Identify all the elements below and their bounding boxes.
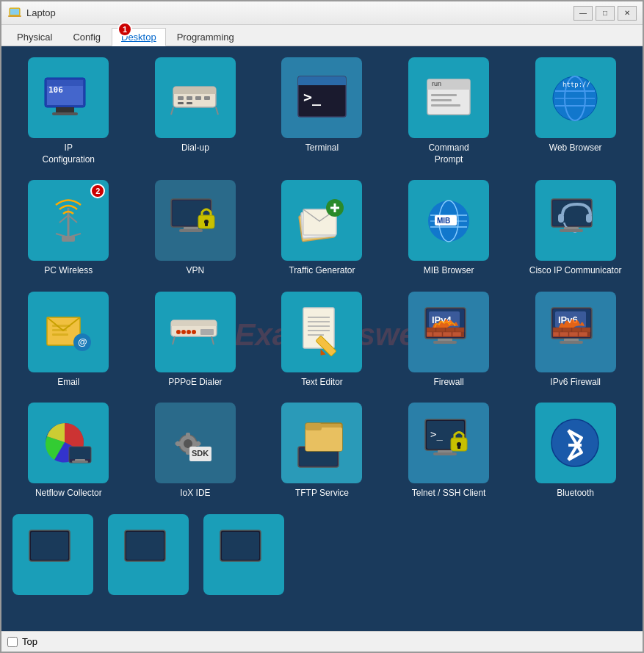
list-item[interactable]: PPPoE Dialer bbox=[136, 288, 256, 392]
list-item[interactable]: Cisco IP Communicator bbox=[515, 176, 635, 281]
list-item[interactable]: Netflow Collector bbox=[9, 399, 129, 503]
svg-text:run: run bbox=[432, 80, 441, 87]
svg-text:@: @ bbox=[78, 336, 87, 347]
title-bar: Laptop — □ ✕ bbox=[1, 1, 643, 25]
traffic-generator-icon-box bbox=[281, 180, 362, 261]
svg-rect-69 bbox=[560, 229, 583, 232]
svg-line-39 bbox=[68, 215, 77, 223]
main-window: Laptop — □ ✕ 1 Physical Config Desktop P… bbox=[0, 0, 644, 653]
telnet-ssh-client-icon: >_ bbox=[422, 416, 477, 471]
top-label: Top bbox=[22, 636, 37, 647]
list-item[interactable]: >_ Terminal bbox=[262, 54, 382, 169]
list-item[interactable]: TFTP Service bbox=[262, 399, 382, 503]
text-editor-label: Text Editor bbox=[301, 377, 343, 389]
list-item[interactable]: run CommandPrompt bbox=[389, 54, 509, 169]
list-item[interactable]: 2 PC bbox=[9, 176, 129, 281]
dial-up-icon bbox=[167, 71, 222, 126]
svg-rect-131 bbox=[186, 433, 190, 439]
svg-text:>_: >_ bbox=[430, 428, 443, 441]
list-item[interactable]: MIB MIB Browser bbox=[389, 176, 509, 281]
list-item[interactable]: Text Editor bbox=[262, 288, 382, 392]
vpn-icon bbox=[167, 193, 222, 248]
command-prompt-label: CommandPrompt bbox=[428, 142, 468, 165]
list-item[interactable]: http:// Web Browser bbox=[515, 54, 635, 169]
cisco-ip-communicator-icon bbox=[548, 193, 603, 248]
ipv6-firewall-label: IPv6 Firewall bbox=[550, 377, 601, 389]
netflow-collector-icon-box bbox=[28, 403, 109, 483]
svg-text:MIB: MIB bbox=[437, 217, 450, 225]
telnet-ssh-client-label: Telnet / SSH Client bbox=[412, 488, 486, 499]
svg-rect-16 bbox=[178, 102, 184, 104]
traffic-generator-icon bbox=[294, 193, 350, 248]
svg-rect-118 bbox=[553, 332, 559, 336]
list-item[interactable]: SDK IoX IDE bbox=[136, 399, 256, 503]
bluetooth-icon-box bbox=[535, 403, 616, 483]
svg-rect-151 bbox=[433, 452, 457, 455]
pppoe-dialer-icon bbox=[167, 304, 222, 359]
close-button[interactable]: ✕ bbox=[618, 6, 637, 21]
desktop-content[interactable]: IT ExamAnswers 106 IPConfiguration bbox=[1, 46, 643, 631]
list-item[interactable]: @ Email bbox=[9, 288, 129, 392]
terminal-label: Terminal bbox=[305, 142, 339, 154]
dial-up-label: Dial-up bbox=[181, 142, 209, 154]
list-item[interactable]: Dial-up bbox=[136, 54, 256, 169]
svg-rect-83 bbox=[200, 329, 214, 335]
svg-text:http://: http:// bbox=[562, 81, 590, 88]
tab-physical[interactable]: Physical bbox=[7, 28, 62, 46]
tab-config[interactable]: Config bbox=[63, 28, 110, 46]
top-checkbox[interactable] bbox=[7, 637, 18, 647]
svg-rect-29 bbox=[431, 99, 452, 101]
window-title: Laptop bbox=[26, 7, 574, 18]
minimize-button[interactable]: — bbox=[574, 6, 593, 21]
list-item[interactable]: IPv4 bbox=[389, 288, 509, 392]
svg-rect-14 bbox=[195, 96, 201, 100]
ip-configuration-label: IPConfiguration bbox=[43, 142, 95, 165]
extra-icon-3-svg bbox=[217, 527, 272, 582]
iox-ide-label: IoX IDE bbox=[180, 488, 210, 499]
svg-rect-7 bbox=[56, 107, 74, 113]
command-prompt-icon-box: run bbox=[408, 57, 489, 138]
list-item[interactable]: VPN bbox=[136, 176, 256, 281]
tab-programming[interactable]: Programming bbox=[167, 28, 244, 46]
mib-browser-icon-box: MIB bbox=[408, 180, 489, 261]
ipv6-firewall-icon: IPv6 bbox=[548, 304, 603, 359]
svg-rect-49 bbox=[179, 229, 203, 232]
svg-rect-128 bbox=[72, 461, 88, 463]
svg-rect-108 bbox=[433, 341, 457, 344]
list-item[interactable] bbox=[104, 511, 192, 603]
svg-point-80 bbox=[181, 330, 186, 334]
svg-rect-116 bbox=[572, 328, 581, 332]
list-item[interactable]: 106 IPConfiguration bbox=[9, 54, 129, 169]
app-icon-grid: 106 IPConfiguration bbox=[9, 54, 635, 503]
firewall-label: Firewall bbox=[433, 377, 463, 389]
svg-rect-126 bbox=[70, 447, 90, 459]
maximize-button[interactable]: □ bbox=[596, 6, 615, 21]
list-item[interactable] bbox=[200, 511, 288, 603]
web-browser-icon-box: http:// bbox=[535, 57, 616, 138]
svg-rect-6 bbox=[47, 80, 83, 86]
list-item[interactable]: IPv6 IPv6 Firewa bbox=[515, 288, 635, 392]
list-item[interactable]: Traffic Generator bbox=[262, 176, 382, 281]
svg-rect-143 bbox=[305, 423, 322, 430]
netflow-collector-label: Netflow Collector bbox=[35, 488, 102, 499]
svg-marker-93 bbox=[317, 350, 325, 358]
pppoe-dialer-label: PPPoE Dialer bbox=[168, 377, 222, 389]
text-editor-icon bbox=[294, 304, 350, 359]
list-item[interactable]: Bluetooth bbox=[515, 399, 635, 503]
svg-text:SDK: SDK bbox=[192, 449, 209, 458]
svg-rect-2 bbox=[8, 15, 21, 17]
svg-rect-105 bbox=[443, 332, 452, 336]
firewall-icon-box: IPv4 bbox=[408, 292, 489, 372]
svg-rect-66 bbox=[586, 214, 592, 223]
svg-rect-28 bbox=[431, 94, 457, 96]
svg-rect-12 bbox=[178, 96, 184, 100]
pc-wireless-icon bbox=[41, 193, 96, 248]
svg-line-85 bbox=[211, 336, 214, 344]
list-item[interactable] bbox=[9, 511, 97, 603]
cisco-ip-communicator-label: Cisco IP Communicator bbox=[529, 265, 622, 277]
email-icon: @ bbox=[41, 304, 96, 359]
list-item[interactable]: >_ Telnet / SSH Client bbox=[389, 399, 509, 503]
web-browser-label: Web Browser bbox=[549, 142, 602, 154]
svg-point-79 bbox=[176, 330, 181, 334]
partial-row bbox=[9, 511, 635, 603]
